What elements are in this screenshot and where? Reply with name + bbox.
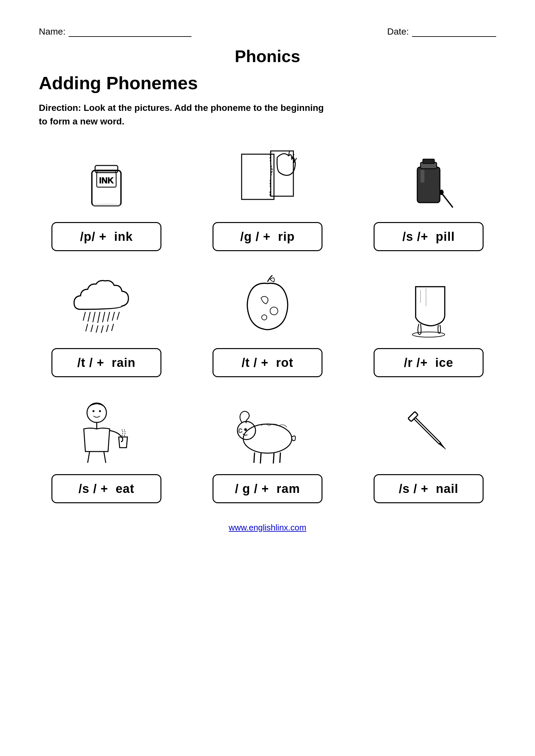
svg-line-23: [117, 312, 119, 320]
label-eat: /s / + eat: [51, 474, 161, 503]
image-rain: [61, 271, 152, 342]
page-title: Phonics: [39, 46, 496, 66]
section-title: Adding Phonemes: [39, 72, 496, 94]
svg-rect-1: [95, 166, 118, 173]
footer-link[interactable]: www.englishlinx.com: [229, 523, 306, 532]
svg-rect-13: [420, 170, 424, 183]
svg-point-34: [412, 332, 445, 337]
cell-eat: /s / + eat: [39, 396, 174, 503]
svg-line-39: [88, 451, 90, 463]
svg-line-27: [101, 325, 103, 333]
name-underline: [69, 26, 191, 37]
header-row: Name: Date:: [39, 26, 496, 37]
svg-line-21: [107, 312, 110, 322]
svg-point-42: [238, 421, 256, 440]
cell-rain: /t / + rain: [39, 271, 174, 377]
svg-line-46: [273, 453, 274, 464]
image-apple: [222, 271, 313, 342]
direction-text: Direction: Look at the pictures. Add the…: [39, 101, 330, 128]
image-ice: [383, 271, 474, 342]
cell-rot: /t / + rot: [200, 271, 335, 377]
label-rot: /t / + rot: [212, 348, 323, 377]
label-rain: /t / + rain: [51, 348, 161, 377]
svg-line-44: [254, 452, 255, 463]
svg-line-28: [106, 325, 108, 332]
svg-rect-12: [423, 159, 435, 164]
label-ink: /p/ + ink: [51, 222, 161, 251]
svg-line-26: [96, 325, 98, 333]
image-rip: [222, 145, 313, 216]
label-rip: /g / + rip: [212, 222, 323, 251]
svg-point-4: [92, 203, 121, 207]
svg-line-29: [112, 324, 114, 331]
image-pill: [383, 145, 474, 216]
cell-ice: /r /+ ice: [361, 271, 496, 377]
name-label: Name:: [39, 26, 65, 37]
svg-line-19: [98, 312, 100, 323]
svg-line-16: [83, 312, 85, 321]
svg-point-15: [439, 190, 443, 195]
svg-rect-48: [408, 412, 418, 421]
label-ice: /r /+ ice: [374, 348, 484, 377]
svg-marker-5: [241, 154, 274, 200]
svg-line-20: [102, 312, 105, 322]
svg-line-24: [86, 324, 88, 331]
image-ink: INK: [61, 145, 152, 216]
svg-line-45: [260, 453, 261, 464]
svg-point-36: [93, 410, 95, 412]
label-ram: / g / + ram: [212, 474, 323, 503]
svg-line-25: [91, 325, 93, 332]
svg-line-17: [88, 312, 90, 322]
image-eat: [61, 396, 152, 468]
date-label: Date:: [387, 26, 409, 37]
label-nail: /s / + nail: [374, 474, 484, 503]
date-field: Date:: [387, 26, 496, 37]
svg-line-47: [280, 452, 280, 463]
phoneme-grid: INK /p/ + ink: [39, 145, 496, 503]
svg-line-40: [104, 451, 106, 463]
svg-marker-50: [439, 443, 447, 450]
svg-point-30: [270, 307, 278, 315]
svg-point-37: [99, 410, 101, 412]
svg-point-43: [244, 428, 247, 431]
date-underline: [412, 26, 496, 37]
svg-rect-49: [414, 418, 440, 444]
svg-text:INK: INK: [99, 176, 114, 185]
image-ram: [222, 396, 313, 468]
svg-line-14: [441, 193, 453, 207]
image-nail: [383, 396, 474, 468]
cell-ink: INK /p/ + ink: [39, 145, 174, 251]
footer: www.englishlinx.com: [39, 523, 496, 533]
svg-point-31: [262, 315, 267, 320]
cell-rip: /g / + rip: [200, 145, 335, 251]
cell-ram: / g / + ram: [200, 396, 335, 503]
label-pill: /s /+ pill: [374, 222, 484, 251]
svg-line-18: [93, 312, 95, 322]
cell-nail: /s / + nail: [361, 396, 496, 503]
svg-line-22: [112, 312, 115, 321]
cell-pill: /s /+ pill: [361, 145, 496, 251]
name-field: Name:: [39, 26, 191, 37]
